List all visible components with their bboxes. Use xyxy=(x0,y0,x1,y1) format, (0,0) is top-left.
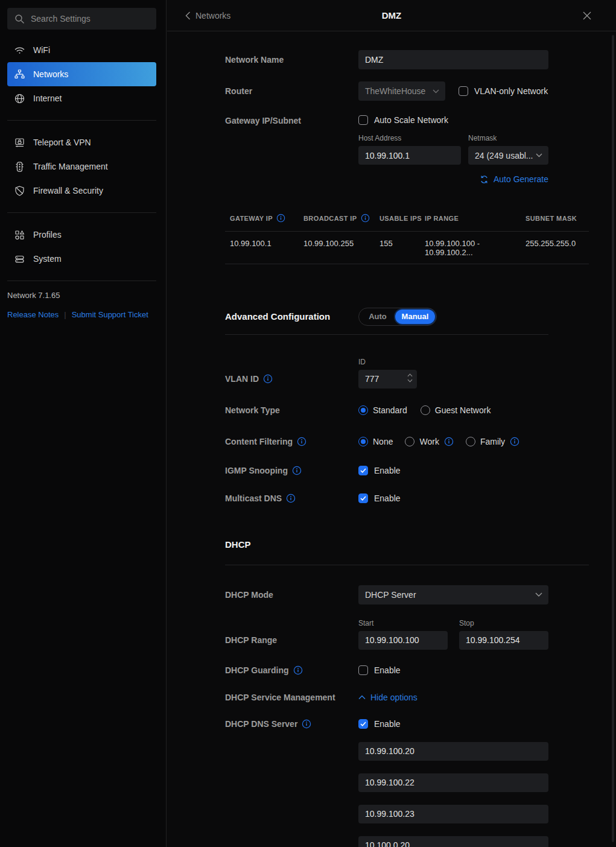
panel-header: Networks DMZ xyxy=(167,0,616,31)
sidebar-item-networks[interactable]: Networks xyxy=(7,62,156,86)
router-select[interactable]: TheWhiteHouse xyxy=(358,81,445,101)
dns-server-4-input[interactable] xyxy=(358,836,548,847)
back-label: Networks xyxy=(195,11,230,21)
network-detail-panel: Networks DMZ Network Name Router TheWhit… xyxy=(167,0,616,847)
cell-broadcast-ip: 10.99.100.255 xyxy=(303,239,379,257)
guest-network-radio[interactable] xyxy=(421,405,430,415)
search-settings-input[interactable] xyxy=(31,14,150,24)
auto-scale-network-checkbox[interactable] xyxy=(358,115,368,125)
cell-ip-range: 10.99.100.100 - 10.99.100.2... xyxy=(425,239,526,257)
col-broadcast-ip: BROADCAST IP xyxy=(303,215,357,222)
vertical-scrollbar[interactable] xyxy=(612,35,614,842)
sidebar-item-traffic-management[interactable]: Traffic Management xyxy=(7,154,156,179)
number-stepper[interactable] xyxy=(407,373,413,382)
dhcp-guarding-enable-checkbox[interactable] xyxy=(358,665,368,675)
subnet-table: GATEWAY IP BROADCAST IP USABLE IPS IP RA… xyxy=(225,214,589,264)
mdns-enable-checkbox[interactable] xyxy=(358,493,368,503)
host-address-label: Host Address xyxy=(358,134,461,142)
auto-generate-button[interactable]: Auto Generate xyxy=(480,174,548,184)
multicast-dns-label-wrap: Multicast DNS xyxy=(225,493,358,503)
filter-family-radio[interactable] xyxy=(466,437,475,446)
page-title: DMZ xyxy=(382,10,402,21)
info-icon[interactable] xyxy=(276,214,286,223)
search-settings-box[interactable] xyxy=(7,8,156,30)
dns-server-2-input[interactable] xyxy=(358,773,548,792)
sidebar-item-label: Internet xyxy=(33,94,62,103)
dhcp-dns-enable-checkbox[interactable] xyxy=(358,719,368,729)
auto-scale-network-label: Auto Scale Network xyxy=(374,115,448,125)
network-settings-form: Network Name Router TheWhiteHouse xyxy=(167,31,616,847)
netmask-select[interactable]: 24 (249 usabl... xyxy=(468,146,548,165)
standard-radio[interactable] xyxy=(358,405,368,415)
dhcp-guarding-label: DHCP Guarding xyxy=(225,665,289,675)
sidebar-item-label: Traffic Management xyxy=(33,162,108,171)
col-gateway-ip: GATEWAY IP xyxy=(230,215,273,222)
release-notes-link[interactable]: Release Notes xyxy=(7,310,59,319)
netmask-select-value: 24 (249 usabl... xyxy=(475,151,533,160)
dhcp-range-stop-label: Stop xyxy=(459,619,548,627)
igmp-snooping-label-wrap: IGMP Snooping xyxy=(225,466,358,475)
system-icon xyxy=(14,253,25,265)
sidebar-item-wifi[interactable]: WiFi xyxy=(7,38,156,62)
dns-server-3-input[interactable] xyxy=(358,805,548,823)
close-button[interactable] xyxy=(581,10,593,22)
chevron-down-icon xyxy=(536,153,542,157)
info-icon[interactable] xyxy=(292,466,302,475)
back-to-networks-button[interactable]: Networks xyxy=(185,11,230,21)
cell-subnet-mask: 255.255.255.0 xyxy=(526,239,589,257)
info-icon[interactable] xyxy=(297,437,306,446)
info-icon[interactable] xyxy=(510,437,519,446)
teleport-vpn-icon xyxy=(14,137,25,148)
filter-work-radio[interactable] xyxy=(405,437,414,446)
settings-sidebar: WiFi Networks Internet xyxy=(0,0,167,847)
dhcp-mode-select[interactable]: DHCP Server xyxy=(358,585,548,604)
globe-icon xyxy=(14,93,25,104)
network-name-label: Network Name xyxy=(225,55,358,65)
content-filtering-label-wrap: Content Filtering xyxy=(225,437,358,446)
igmp-snooping-label: IGMP Snooping xyxy=(225,466,288,475)
app-version: Network 7.1.65 xyxy=(7,291,159,300)
info-icon[interactable] xyxy=(361,214,370,223)
standard-label: Standard xyxy=(373,405,407,415)
dns-server-1-input[interactable] xyxy=(358,742,548,761)
sidebar-item-profiles[interactable]: Profiles xyxy=(7,223,156,247)
dhcp-range-start-input[interactable] xyxy=(358,631,448,650)
toggle-manual-option[interactable]: Manual xyxy=(395,309,435,324)
dhcp-dns-server-label-wrap: DHCP DNS Server xyxy=(225,719,358,729)
advanced-configuration-toggle[interactable]: Auto Manual xyxy=(358,308,437,326)
router-label: Router xyxy=(225,86,358,96)
sidebar-item-teleport-vpn[interactable]: Teleport & VPN xyxy=(7,130,156,154)
host-address-input[interactable] xyxy=(358,146,461,165)
sidebar-item-label: Profiles xyxy=(33,230,62,240)
info-icon[interactable] xyxy=(286,493,296,503)
dhcp-range-stop-input[interactable] xyxy=(459,631,548,650)
multicast-dns-label: Multicast DNS xyxy=(225,493,282,503)
sidebar-item-system[interactable]: System xyxy=(7,247,156,271)
cell-usable-ips: 155 xyxy=(379,239,425,257)
sidebar-item-internet[interactable]: Internet xyxy=(7,86,156,110)
col-ip-range: IP RANGE xyxy=(425,215,459,222)
toggle-auto-option[interactable]: Auto xyxy=(360,312,395,321)
info-icon[interactable] xyxy=(444,437,454,446)
hide-options-link[interactable]: Hide options xyxy=(358,693,418,702)
cell-gateway-ip: 10.99.100.1 xyxy=(230,239,303,257)
sidebar-item-firewall-security[interactable]: Firewall & Security xyxy=(7,179,156,203)
vlan-only-checkbox[interactable] xyxy=(459,86,468,96)
sidebar-item-label: System xyxy=(33,254,62,264)
sidebar-item-label: Networks xyxy=(33,69,68,79)
network-name-input[interactable] xyxy=(358,50,548,69)
igmp-enable-checkbox[interactable] xyxy=(358,466,368,475)
hide-options-label: Hide options xyxy=(370,693,418,702)
chevron-down-icon xyxy=(535,592,542,597)
dhcp-mode-value: DHCP Server xyxy=(365,590,416,600)
submit-support-ticket-link[interactable]: Submit Support Ticket xyxy=(72,310,148,319)
dhcp-heading: DHCP xyxy=(225,539,589,550)
info-icon[interactable] xyxy=(263,374,273,384)
info-icon[interactable] xyxy=(293,665,303,675)
filter-none-radio[interactable] xyxy=(358,437,368,446)
profiles-icon xyxy=(14,229,25,241)
info-icon[interactable] xyxy=(302,719,311,729)
igmp-enable-label: Enable xyxy=(374,466,401,475)
col-usable-ips: USABLE IPS xyxy=(379,215,422,222)
sidebar-item-label: Firewall & Security xyxy=(33,186,103,195)
